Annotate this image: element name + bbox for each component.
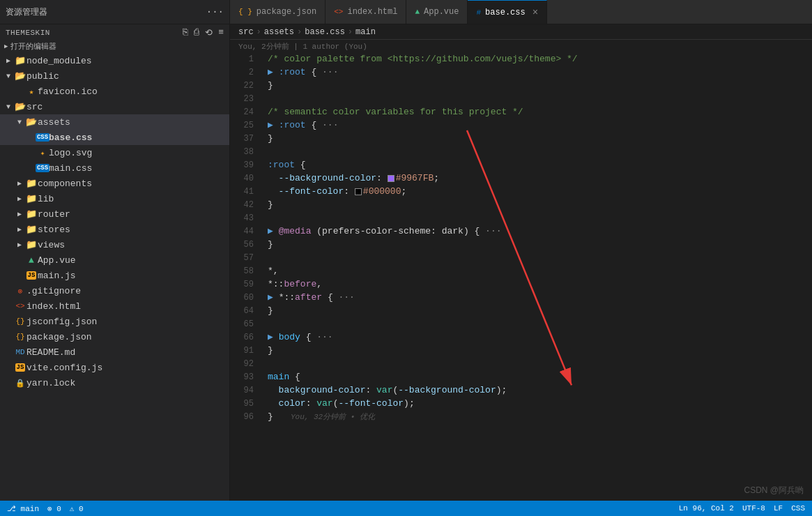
tree-item-logo-svg[interactable]: ✦logo.svg	[0, 145, 229, 160]
collapse-icon[interactable]: ≡	[218, 27, 224, 38]
line-number-38: 38	[230, 145, 265, 158]
tree-item-stores[interactable]: ▶📁stores	[0, 222, 229, 237]
tree-icon-public: 📂	[14, 70, 26, 82]
status-position[interactable]: Ln 96, Col 2	[679, 504, 734, 513]
tree-item-App-vue[interactable]: ▲App.vue	[0, 252, 229, 268]
code-line-65: 65	[230, 317, 812, 331]
status-language[interactable]: CSS	[791, 504, 805, 513]
tree-item-node-modules[interactable]: ▶📁node_modules	[0, 53, 229, 68]
file-tree: ▶📁node_modules▼📂public★favicon.ico▼📂src▼…	[0, 53, 229, 390]
tree-icon-jsconfig.json: {}	[14, 317, 26, 326]
refresh-icon[interactable]: ⟲	[205, 27, 213, 38]
breadcrumb-sep-0: ›	[256, 27, 261, 37]
line-number-1: 1	[230, 52, 265, 66]
code-line-58: 58*,	[230, 264, 812, 278]
status-errors[interactable]: ⊗ 0	[47, 504, 61, 513]
line-number-64: 64	[230, 304, 265, 317]
open-editors-header[interactable]: ▶ 打开的编辑器	[0, 40, 229, 53]
editor[interactable]: 1/* color palette from <https://github.c…	[230, 52, 812, 501]
line-number-65: 65	[230, 317, 265, 331]
line-content-57	[265, 251, 812, 264]
line-number-58: 58	[230, 264, 265, 278]
tree-item-jsconfig-json[interactable]: {}jsconfig.json	[0, 314, 229, 329]
tab-base-css[interactable]: #base.css×	[468, 0, 547, 24]
line-number-91: 91	[230, 344, 265, 357]
line-content-40: --background-color: #9967FB;	[265, 172, 812, 185]
tree-item-yarn-lock[interactable]: 🔒yarn.lock	[0, 375, 229, 390]
tree-item-main-css[interactable]: CSSmain.css	[0, 160, 229, 176]
line-content-41: --font-color: #000000;	[265, 185, 812, 198]
tree-item-lib[interactable]: ▶📁lib	[0, 191, 229, 206]
line-number-37: 37	[230, 132, 265, 145]
breadcrumb-item-3[interactable]: main	[355, 27, 376, 37]
tree-item-router[interactable]: ▶📁router	[0, 206, 229, 222]
tree-item-assets[interactable]: ▼📂assets	[0, 114, 229, 130]
tab-app-vue[interactable]: ▲App.vue	[406, 0, 468, 24]
breadcrumb-item-0[interactable]: src	[238, 27, 254, 37]
tree-item-public[interactable]: ▼📂public	[0, 68, 229, 84]
line-number-66: 66	[230, 331, 265, 344]
code-line-91: 91}	[230, 344, 812, 357]
tree-item-README-md[interactable]: MDREADME.md	[0, 344, 229, 360]
tree-item-favicon-ico[interactable]: ★favicon.ico	[0, 84, 229, 99]
tree-label-logo.svg: logo.svg	[49, 148, 92, 158]
tree-item-base-css[interactable]: CSSbase.css	[0, 130, 229, 145]
line-content-95: color: var(--font-color);	[265, 397, 812, 410]
breadcrumb-item-2[interactable]: base.css	[305, 27, 345, 37]
tree-icon-src: 📂	[14, 101, 26, 112]
line-content-39: :root {	[265, 158, 812, 172]
code-line-43: 43	[230, 211, 812, 225]
breadcrumb: src › assets › base.css › main	[230, 24, 812, 40]
main-layout: THEMESKIN ⎘ ⎙ ⟲ ≡ ▶ 打开的编辑器 ▶📁node_module…	[0, 24, 812, 501]
sidebar-header: 资源管理器 ···	[0, 0, 230, 24]
tree-item-views[interactable]: ▶📁views	[0, 237, 229, 252]
tree-icon-components: 📁	[25, 178, 38, 189]
line-content-59: *::before,	[265, 278, 812, 291]
tab-icon-json: { }	[238, 8, 252, 16]
status-encoding[interactable]: UTF-8	[742, 504, 765, 513]
color-swatch-black	[355, 188, 362, 195]
line-number-41: 41	[230, 185, 265, 198]
breadcrumb-item-1[interactable]: assets	[264, 27, 294, 37]
tab-package-json[interactable]: { }package.json	[230, 0, 325, 24]
status-line-ending[interactable]: LF	[774, 504, 783, 513]
code-line-23: 23	[230, 92, 812, 105]
line-content-58: *,	[265, 264, 812, 278]
tab-close-base-css[interactable]: ×	[533, 7, 538, 18]
tree-item-package-json[interactable]: {}package.json	[0, 329, 229, 344]
open-editors-label: 打开的编辑器	[10, 41, 56, 52]
tree-label-src: src	[26, 102, 43, 112]
code-line-24: 24/* semantic color variables for this p…	[230, 105, 812, 119]
new-folder-icon[interactable]: ⎙	[194, 27, 199, 38]
tree-item--gitignore[interactable]: ⊗.gitignore	[0, 283, 229, 298]
tree-icon-package.json: {}	[14, 333, 26, 341]
new-file-icon[interactable]: ⎘	[183, 27, 188, 38]
status-warnings[interactable]: ⚠ 0	[70, 504, 84, 513]
line-number-96: 96	[230, 410, 265, 424]
status-bar: ⎇ main⊗ 0⚠ 0Ln 96, Col 2UTF-8LFCSS	[0, 501, 812, 516]
tab-index-html[interactable]: <>index.html	[325, 0, 406, 24]
tree-item-main-js[interactable]: JSmain.js	[0, 268, 229, 283]
line-content-43	[265, 211, 812, 225]
tree-label-components: components	[38, 179, 92, 189]
status-branch-icon[interactable]: ⎇ main	[7, 504, 39, 513]
line-number-95: 95	[230, 397, 265, 410]
code-line-66: 66▶ body { ···	[230, 331, 812, 344]
line-content-42: }	[265, 198, 812, 211]
tree-label-lib: lib	[38, 194, 54, 204]
tree-label-yarn.lock: yarn.lock	[26, 378, 75, 388]
line-content-38	[265, 145, 812, 158]
code-line-1: 1/* color palette from <https://github.c…	[230, 52, 812, 66]
tree-item-src[interactable]: ▼📂src	[0, 99, 229, 114]
code-line-56: 56}	[230, 238, 812, 251]
code-line-25: 25▶ :root { ···	[230, 119, 812, 132]
tree-icon-yarn.lock: 🔒	[14, 379, 26, 388]
tree-item-components[interactable]: ▶📁components	[0, 176, 229, 191]
tree-item-index-html[interactable]: <>index.html	[0, 298, 229, 314]
line-content-56: }	[265, 238, 812, 251]
code-line-39: 39:root {	[230, 158, 812, 172]
line-number-43: 43	[230, 211, 265, 225]
code-line-59: 59*::before,	[230, 278, 812, 291]
tree-label-views: views	[38, 240, 65, 250]
tree-item-vite-config-js[interactable]: JSvite.config.js	[0, 360, 229, 375]
